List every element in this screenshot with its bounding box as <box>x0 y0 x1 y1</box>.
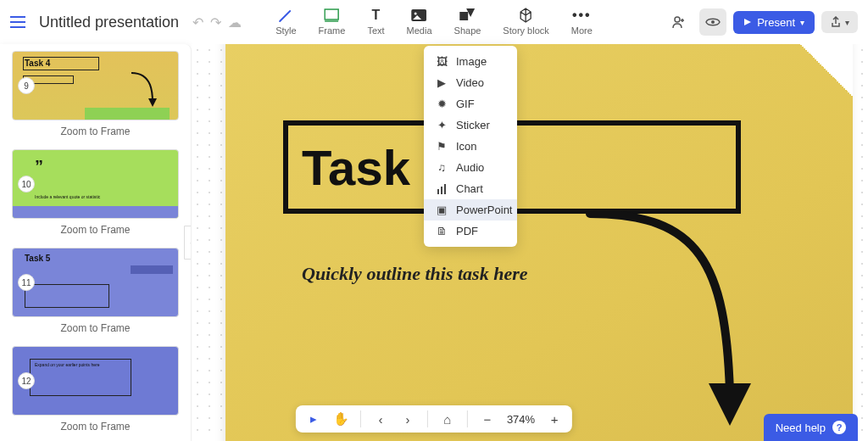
slide-thumbnail[interactable]: 9 Task 4 Zoom to Frame <box>12 51 179 137</box>
zoom-out-button[interactable]: − <box>480 412 495 427</box>
svg-point-2 <box>415 13 417 15</box>
pencil-icon <box>277 7 294 24</box>
canvas-area[interactable]: Task 4 Quickly outline this task here <box>192 44 868 441</box>
video-icon: ▶ <box>436 77 448 89</box>
svg-rect-7 <box>441 187 442 194</box>
dropdown-item-gif[interactable]: ✹GIF <box>424 93 517 114</box>
svg-point-4 <box>675 17 680 22</box>
media-icon <box>411 7 428 24</box>
redo-button: ↷ <box>210 14 221 31</box>
undo-button: ↶ <box>192 14 203 31</box>
dropdown-item-image[interactable]: 🖼Image <box>424 51 517 72</box>
next-frame-button[interactable]: › <box>400 412 415 427</box>
svg-rect-8 <box>444 184 446 194</box>
gif-icon: ✹ <box>436 98 448 110</box>
sticky-note[interactable]: Task 4 Quickly outline this task here <box>225 44 853 441</box>
tool-media[interactable]: Media <box>407 7 432 36</box>
audio-icon: ♫ <box>436 162 448 174</box>
arrow-shape <box>581 197 768 441</box>
frame-icon <box>324 7 341 24</box>
present-button[interactable]: Present ▾ <box>733 11 815 34</box>
navigation-bar: ▸ ✋ ‹ › ⌂ − 374% + <box>296 405 572 433</box>
zoom-in-button[interactable]: + <box>547 412 562 427</box>
svg-point-5 <box>711 20 715 24</box>
shape-icon <box>459 7 476 24</box>
text-icon: T <box>367 7 384 24</box>
dropdown-item-pdf[interactable]: 🗎PDF <box>424 220 517 242</box>
presentation-title[interactable]: Untitled presentation <box>39 14 179 31</box>
dropdown-item-sticker[interactable]: ✦Sticker <box>424 114 517 136</box>
slide-thumbnail[interactable]: 12 Expand on your earlier points here Zo… <box>12 346 179 433</box>
subtitle-text[interactable]: Quickly outline this task here <box>302 263 527 285</box>
image-icon: 🖼 <box>436 56 448 68</box>
home-button[interactable]: ⌂ <box>440 412 455 427</box>
share-button[interactable]: ▾ <box>821 11 858 33</box>
dropdown-item-chart[interactable]: Chart <box>424 178 517 199</box>
slides-panel: 9 Task 4 Zoom to Frame 10 ” Include a re… <box>0 44 192 441</box>
tool-style[interactable]: Style <box>275 7 296 36</box>
powerpoint-icon: ▣ <box>436 204 448 216</box>
dropdown-item-powerpoint[interactable]: ▣PowerPoint <box>424 199 517 220</box>
svg-rect-0 <box>326 9 339 20</box>
prev-frame-button[interactable]: ‹ <box>373 412 388 427</box>
flag-icon: ⚑ <box>436 141 448 153</box>
svg-rect-6 <box>437 189 439 194</box>
collapse-sidebar-handle[interactable]: ‹ <box>184 226 192 260</box>
chart-icon <box>436 183 448 195</box>
add-collaborator-button[interactable] <box>665 8 693 36</box>
tool-text[interactable]: T Text <box>367 7 384 36</box>
tool-frame[interactable]: Frame <box>319 7 346 36</box>
preview-button[interactable] <box>699 8 726 36</box>
zoom-level[interactable]: 374% <box>507 413 535 426</box>
dropdown-item-audio[interactable]: ♫Audio <box>424 157 517 178</box>
dropdown-item-icon[interactable]: ⚑Icon <box>424 136 517 157</box>
dropdown-item-video[interactable]: ▶Video <box>424 72 517 93</box>
slide-thumbnail[interactable]: 11 Task 5 Zoom to Frame <box>12 248 179 334</box>
sticker-icon: ✦ <box>436 120 448 131</box>
pointer-tool[interactable]: ▸ <box>306 411 321 427</box>
svg-rect-3 <box>459 12 468 20</box>
chevron-down-icon: ▾ <box>845 18 849 27</box>
slide-thumbnail[interactable]: 10 ” Include a relevant quote or statist… <box>12 149 179 236</box>
help-icon: ? <box>832 421 846 434</box>
storyblock-icon <box>518 7 535 24</box>
tool-storyblock[interactable]: Story block <box>503 7 548 36</box>
media-dropdown: 🖼Image ▶Video ✹GIF ✦Sticker ⚑Icon ♫Audio… <box>424 46 517 247</box>
pdf-icon: 🗎 <box>436 226 448 237</box>
chevron-down-icon: ▾ <box>800 18 804 27</box>
hamburger-menu[interactable] <box>10 12 31 32</box>
tool-shape[interactable]: Shape <box>454 7 481 36</box>
pan-tool[interactable]: ✋ <box>333 411 348 427</box>
cloud-sync-icon: ☁ <box>228 14 242 31</box>
tool-more[interactable]: ••• More <box>571 7 593 36</box>
more-icon: ••• <box>573 7 590 24</box>
help-button[interactable]: Need help ? <box>764 414 858 441</box>
